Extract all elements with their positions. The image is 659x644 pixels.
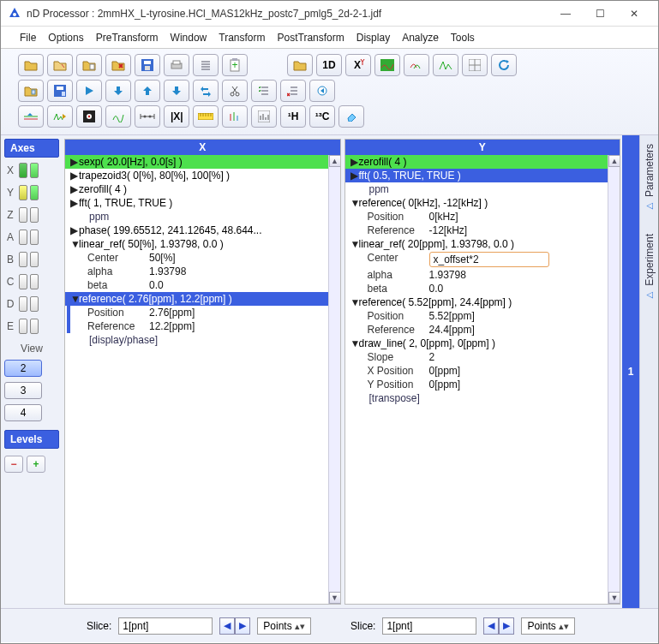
menu-pretransform[interactable]: PreTransform [96,32,159,44]
proc-node[interactable]: ▶trapezoid3( 0[%], 80[%], 100[%] ) [65,169,328,182]
param-row[interactable]: X Position0[ppm] [345,364,608,378]
overlay-icon[interactable] [404,54,429,76]
oned-button[interactable]: 1D [316,54,342,76]
param-row[interactable]: Position5.52[ppm] [345,309,608,323]
axis-y-row[interactable]: Y [4,183,59,202]
param-row[interactable]: Center [345,251,608,268]
contour-color-icon[interactable] [374,54,400,76]
menu-options[interactable]: Options [48,32,83,44]
menu-display[interactable]: Display [356,32,390,44]
integral-icon[interactable] [105,105,131,128]
experiment-tab[interactable]: ▷Experiment [644,234,656,301]
axis-z-row[interactable]: Z [4,206,59,224]
scroll-up-icon[interactable]: ▲ [608,155,620,167]
slice-y-prev-icon[interactable]: ◀ [483,617,499,635]
menu-tools[interactable]: Tools [451,32,475,44]
save-icon[interactable] [135,54,160,76]
c-nucleus-button[interactable]: ¹³C [309,105,335,128]
range-icon[interactable] [135,105,160,128]
proc-node[interactable]: ▼reference( 2.76[ppm], 12.2[ppm] ) [65,292,328,306]
view-3-button[interactable]: 3 [4,382,42,399]
print-icon[interactable] [164,54,189,76]
slice-input-x[interactable] [118,617,213,635]
list-x-icon[interactable] [280,80,306,102]
proc-node[interactable]: ▼linear_ref( 50[%], 1.93798, 0.0 ) [65,237,328,251]
parameters-tab[interactable]: ▷Parameters [644,144,656,212]
pane-x-list[interactable]: ▶sexp( 20.0[Hz], 0.0[s] )▶trapezoid3( 0[… [65,155,328,604]
baseline-icon[interactable] [18,105,44,128]
param-row[interactable]: Center50[%] [65,251,328,265]
proc-node[interactable]: ▶phase( 199.65512, 241.12645, 48.644... [65,224,328,237]
clipboard-add-icon[interactable]: + [222,54,248,76]
axis-c-row[interactable]: C [4,272,59,291]
param-row[interactable]: Reference12.2[ppm] [65,319,328,333]
proc-label[interactable]: ppm [345,182,608,196]
param-row[interactable]: beta0.0 [65,278,328,292]
open-folder-icon[interactable] [18,54,44,76]
menu-window[interactable]: Window [171,32,207,44]
units-select-y[interactable]: Points ▴▾ [521,617,575,635]
arrow-up-icon[interactable] [135,80,160,102]
grid-icon[interactable] [462,54,488,76]
param-row[interactable]: alpha1.93798 [345,268,608,282]
axis-b-row[interactable]: B [4,250,59,269]
proc-node[interactable]: ▶zerofill( 4 ) [65,182,328,196]
check-down-icon[interactable] [105,80,131,102]
slice-x-next-icon[interactable]: ▶ [235,617,250,635]
play-icon[interactable] [76,80,102,102]
units-select-x[interactable]: Points ▴▾ [257,617,311,635]
save-doc-icon[interactable] [47,80,73,102]
ruler-icon[interactable] [193,105,219,128]
proc-node[interactable]: ▼reference( 0[kHz], -12[kHz] ) [345,196,608,210]
minimize-button[interactable]: — [548,2,583,26]
abs-icon[interactable]: |X| [164,105,189,128]
list-icon[interactable] [193,54,219,76]
open-1d-icon[interactable] [287,54,313,76]
maximize-button[interactable]: ☐ [583,2,617,26]
pane-y-scrollbar[interactable]: ▲ ▼ [608,155,620,604]
open-delete-icon[interactable] [105,54,131,76]
arrow-down-icon[interactable] [164,80,189,102]
proc-node[interactable]: ▶zerofill( 4 ) [345,155,608,169]
scroll-down-icon[interactable]: ▼ [608,592,620,604]
step-left-icon[interactable] [309,80,335,102]
param-row[interactable]: Position2.76[ppm] [65,306,328,319]
level-plus-button[interactable]: + [27,456,45,473]
param-row[interactable]: beta0.0 [345,282,608,295]
param-row[interactable]: alpha1.93798 [65,265,328,278]
histogram-icon[interactable] [251,105,277,128]
param-row[interactable]: Y Position0[ppm] [345,378,608,391]
param-row[interactable]: Reference24.4[ppm] [345,323,608,337]
open-hand-icon[interactable] [47,54,73,76]
folder-doc-icon[interactable] [18,80,44,102]
swap-icon[interactable] [193,80,219,102]
menu-posttransform[interactable]: PostTransform [278,32,344,44]
dimension-strip[interactable]: 1 [622,135,639,608]
proc-node[interactable]: ▶fft( 0.5, TRUE, TRUE ) [345,169,608,182]
target-icon[interactable] [76,105,102,128]
axis-a-row[interactable]: A [4,228,59,247]
proc-node[interactable]: ▶fft( 1, TRUE, TRUE ) [65,196,328,210]
proc-label[interactable]: [display/phase] [65,333,328,347]
axis-x-row[interactable]: X [4,161,59,180]
pane-y-list[interactable]: ▶zerofill( 4 )▶fft( 0.5, TRUE, TRUE )ppm… [345,155,608,604]
param-row[interactable]: Slope2 [345,350,608,364]
proc-label[interactable]: ppm [65,210,328,224]
proc-label[interactable]: [transpose] [345,391,608,405]
menu-analyze[interactable]: Analyze [402,32,439,44]
proc-node[interactable]: ▼linear_ref( 20[ppm], 1.93798, 0.0 ) [345,237,608,251]
spectrum-play-icon[interactable] [47,105,73,128]
h-nucleus-button[interactable]: ¹H [280,105,306,128]
cut-icon[interactable] [222,80,248,102]
pane-x-scrollbar[interactable]: ▲ ▼ [328,155,340,604]
refresh-icon[interactable] [491,54,517,76]
slice-y-next-icon[interactable]: ▶ [499,617,514,635]
menu-file[interactable]: File [20,32,36,44]
param-row[interactable]: Reference-12[kHz] [345,224,608,237]
xy-icon[interactable]: XY [345,54,371,76]
proc-node[interactable]: ▼draw_line( 2, 0[ppm], 0[ppm] ) [345,337,608,350]
axis-e-row[interactable]: E [4,317,59,336]
list-check-icon[interactable] [251,80,277,102]
close-button[interactable]: ✕ [617,2,651,26]
axis-d-row[interactable]: D [4,295,59,313]
